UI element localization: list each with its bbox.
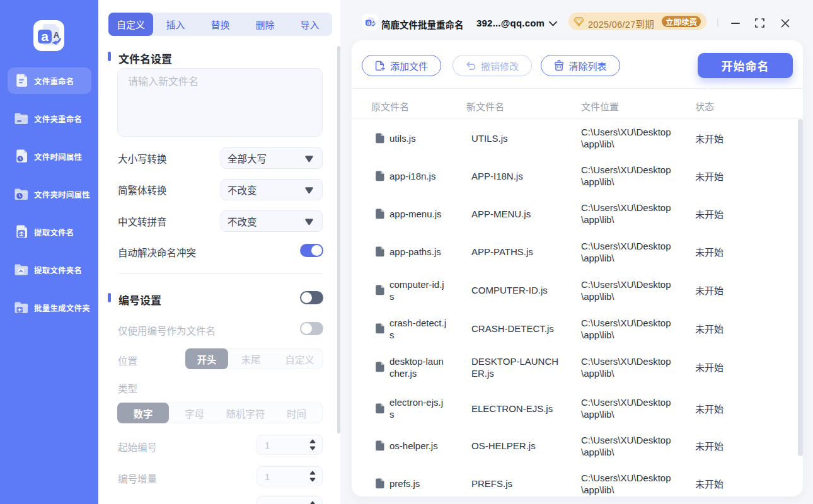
svg-text:A: A — [372, 20, 375, 24]
svg-text:a: a — [41, 29, 49, 43]
svg-text:A: A — [54, 30, 60, 40]
